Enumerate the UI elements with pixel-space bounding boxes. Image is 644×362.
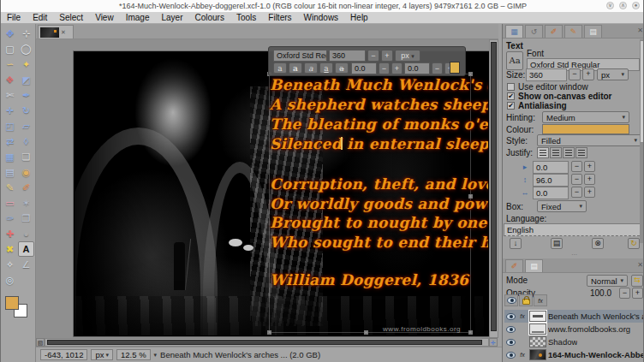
opacity-minus-button[interactable]: − [619,288,630,299]
save-tool-preset-button[interactable]: ↓ [510,238,522,249]
tool-measure-icon[interactable]: ∠ [18,257,34,272]
restore-tool-preset-button[interactable]: ▤ [551,238,563,249]
dock-close-icon[interactable]: ✕ [637,27,643,34]
tool-text-icon[interactable]: A [18,241,34,257]
line-spacing-plus-button[interactable]: + [584,174,595,185]
horizontal-scrollbar[interactable] [45,338,489,347]
menu-edit[interactable]: Edit [27,13,53,22]
lock-pixels-cell[interactable] [504,294,518,306]
quick-mask-toggle[interactable]: ▧ [36,338,45,347]
image-tab[interactable]: ✕ [38,25,74,39]
editor-unit-dropdown[interactable]: px ▾ [395,50,420,62]
poem-stanza-2[interactable]: Corruption, theft, and love Or worldly g… [270,175,489,252]
tool-options-scrollbar-thumb[interactable] [640,40,644,143]
lock-fx-cell[interactable]: fx [534,294,547,306]
justify-left-button[interactable] [537,147,549,158]
tool-options-scrollbar[interactable] [640,39,644,243]
image-tab-close-icon[interactable]: ✕ [61,29,66,36]
editor-size-plus-button[interactable]: + [381,50,393,62]
tool-scale-icon[interactable]: ◰ [2,118,18,134]
show-on-canvas-editor-checkbox[interactable]: ✔ [507,92,515,100]
mode-dropdown[interactable]: Normal▾ [587,275,628,287]
tool-ellipse-select-icon[interactable]: ◯ [18,41,34,56]
visibility-eye-icon[interactable] [506,352,516,359]
canvas-viewport[interactable]: Beneath Much Wenlock's arches old A shep… [36,39,489,338]
close-button[interactable]: ● [632,2,640,9]
editor-kerning-minus-button[interactable]: − [432,62,443,74]
tool-paths-icon[interactable]: ✒ [18,87,34,103]
editor-strikethrough-button[interactable]: a [335,62,349,74]
tool-heal-icon[interactable]: ✚ [2,226,18,241]
editor-color-swatch[interactable] [450,62,460,74]
tool-cage-transform-icon[interactable]: ▦ [2,149,18,164]
layers-dock-close-icon[interactable]: ✕ [637,261,643,269]
zoom-dropdown-arrow[interactable]: ▾ [154,352,158,359]
visibility-eye-icon[interactable] [506,313,516,320]
line-spacing-minus-button[interactable]: − [571,174,582,185]
tab-patterns[interactable]: ✎ [564,25,582,38]
tool-pencil-icon[interactable]: ✎ [2,180,18,195]
lock-alpha-cell[interactable] [519,294,533,306]
menu-colours[interactable]: Colours [188,13,230,22]
tool-shear-icon[interactable]: ▱ [18,118,34,134]
tool-free-select-icon[interactable]: ∽ [2,56,18,72]
letter-spacing-minus-button[interactable]: − [571,187,582,198]
mode-switch-icon[interactable]: ⇆ [631,275,643,287]
layer-row-watermark[interactable]: www.fromoldbooks.org [504,323,644,335]
editor-size-field[interactable]: 360 [329,50,366,62]
size-unit-dropdown[interactable]: px▾ [597,68,629,80]
tool-alignment-icon[interactable]: ⊹ [18,26,34,41]
menu-help[interactable]: Help [344,13,374,22]
tool-dodge-burn-icon[interactable]: ✖ [2,241,18,257]
justify-right-button[interactable] [550,147,562,158]
language-field[interactable]: English [504,223,644,236]
navigation-button[interactable]: ✛ [489,338,498,347]
tool-clone-icon[interactable]: ❐ [18,211,34,226]
editor-kerning-field[interactable]: 0.0 [404,62,430,74]
editor-bold-button[interactable]: a [289,62,302,74]
selection-handle[interactable] [364,330,368,335]
selection-handle[interactable] [468,330,473,335]
horizontal-scrollbar-thumb[interactable] [47,340,482,345]
editor-baseline-minus-button[interactable]: − [379,62,390,74]
tool-bucket-fill-icon[interactable]: ◉ [18,164,34,180]
antialiasing-checkbox[interactable]: ✔ [507,102,515,110]
tab-layers[interactable]: ▤ [525,259,543,272]
editor-baseline-plus-button[interactable]: + [391,62,402,74]
tab-device-status[interactable]: ↺ [525,25,543,38]
size-field[interactable]: 360 [526,68,567,81]
selection-handle[interactable] [267,330,271,335]
layer-row-text[interactable]: fx Beneath Much Wenlock's arches [504,310,644,323]
letter-spacing-field[interactable]: 0.0 [533,187,569,199]
reset-tool-options-button[interactable]: ↻ [628,238,640,249]
delete-tool-preset-button[interactable]: ⊗ [592,238,604,249]
tool-smudge-icon[interactable]: ● [18,226,34,241]
tool-color-picker-icon[interactable]: ✧ [2,257,18,272]
foreground-color-swatch[interactable] [5,296,19,310]
vertical-scrollbar[interactable] [489,39,498,338]
tool-eraser-icon[interactable]: ▭ [2,195,18,211]
indent-plus-button[interactable]: + [584,161,595,172]
indent-minus-button[interactable]: − [571,161,582,172]
tab-brushes[interactable]: ✐ [545,25,563,38]
menu-select[interactable]: Select [53,13,89,22]
vertical-scrollbar-thumb[interactable] [491,42,497,331]
tab-tool-options[interactable]: ▦ [505,25,523,38]
text-colour-swatch[interactable] [542,124,629,134]
tool-rectangle-select-icon[interactable]: ▢ [2,41,18,56]
poem-signature[interactable]: William Doggerel, 1836 [270,270,468,290]
tool-crop-icon[interactable]: ❏ [18,149,34,164]
layer-row-shadow[interactable]: Shadow [504,335,644,348]
use-editor-window-checkbox[interactable] [507,83,515,91]
tool-rotate-icon[interactable]: ↻ [18,103,34,118]
tool-foreground-select-icon[interactable]: ◩ [18,72,34,87]
editor-size-minus-button[interactable]: − [367,50,379,62]
justify-center-button[interactable] [563,147,575,158]
poem-stanza-1[interactable]: Beneath Much Wenlock's arches old A shep… [270,75,489,154]
tool-ink-icon[interactable]: ✑ [2,211,18,226]
visibility-eye-icon[interactable] [506,326,516,333]
menu-file[interactable]: File [1,13,27,22]
font-preview-button[interactable]: Aa [506,51,523,70]
indent-field[interactable]: 0.0 [533,161,569,174]
editor-baseline-field[interactable]: 0.0 [351,62,377,74]
